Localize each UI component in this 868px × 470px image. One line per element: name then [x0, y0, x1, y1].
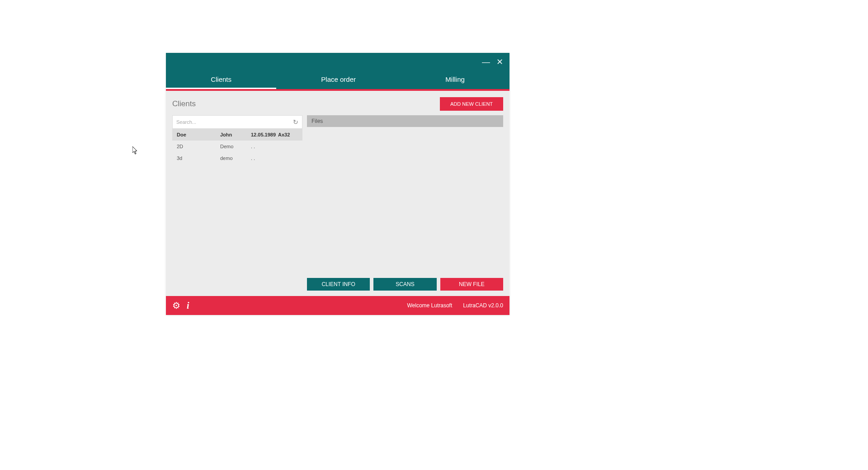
client-code — [278, 144, 296, 149]
files-column: Files CLIENT INFO SCANS NEW FILE — [307, 115, 503, 291]
app-window: — ✕ Clients Place order Milling Clients … — [166, 53, 509, 315]
client-first: Demo — [220, 144, 251, 149]
client-row[interactable]: Doe John 12.05.1989 Ax32 — [172, 129, 302, 141]
info-icon[interactable]: i — [187, 301, 189, 311]
files-body — [307, 127, 503, 274]
client-list: Doe John 12.05.1989 Ax32 2D Demo . . 3d … — [172, 129, 302, 164]
tab-place-order[interactable]: Place order — [276, 71, 401, 89]
version-text: LutraCAD v2.0.0 — [463, 302, 503, 309]
close-icon[interactable]: ✕ — [496, 58, 503, 66]
content-area: Clients ADD NEW CLIENT ↻ Doe John 12.05.… — [166, 91, 509, 296]
clients-column: ↻ Doe John 12.05.1989 Ax32 2D Demo . . — [172, 115, 302, 291]
search-row: ↻ — [172, 115, 302, 129]
search-input[interactable] — [173, 116, 289, 128]
columns: ↻ Doe John 12.05.1989 Ax32 2D Demo . . — [172, 115, 503, 291]
footer-right: Welcome Lutrasoft LutraCAD v2.0.0 — [407, 302, 503, 309]
action-buttons: CLIENT INFO SCANS NEW FILE — [307, 278, 503, 291]
client-date: . . — [251, 144, 278, 149]
tab-bar: Clients Place order Milling — [166, 71, 509, 89]
add-new-client-button[interactable]: ADD NEW CLIENT — [440, 97, 503, 111]
client-last: 3d — [177, 155, 220, 161]
client-date: . . — [251, 155, 278, 161]
gear-icon[interactable]: ⚙ — [172, 300, 180, 311]
client-row[interactable]: 2D Demo . . — [172, 141, 302, 152]
title-row: Clients ADD NEW CLIENT — [172, 97, 503, 111]
client-code: Ax32 — [278, 132, 296, 137]
tab-milling[interactable]: Milling — [401, 71, 509, 89]
client-code — [278, 155, 296, 161]
client-date: 12.05.1989 — [251, 132, 278, 137]
cursor-icon — [132, 146, 139, 156]
welcome-text: Welcome Lutrasoft — [407, 302, 452, 309]
refresh-icon[interactable]: ↻ — [289, 116, 302, 128]
client-first: demo — [220, 155, 251, 161]
new-file-button[interactable]: NEW FILE — [440, 278, 503, 291]
title-bar: — ✕ — [166, 53, 509, 71]
footer-bar: ⚙ i Welcome Lutrasoft LutraCAD v2.0.0 — [166, 296, 509, 315]
minimize-icon[interactable]: — — [482, 58, 490, 66]
scans-button[interactable]: SCANS — [373, 278, 436, 291]
tab-clients[interactable]: Clients — [166, 71, 276, 89]
page-title: Clients — [172, 99, 196, 108]
client-row[interactable]: 3d demo . . — [172, 152, 302, 164]
client-first: John — [220, 132, 251, 137]
client-last: 2D — [177, 144, 220, 149]
client-info-button[interactable]: CLIENT INFO — [307, 278, 370, 291]
files-header: Files — [307, 115, 503, 127]
files-panel: Files — [307, 115, 503, 274]
client-last: Doe — [177, 132, 220, 137]
footer-left: ⚙ i — [172, 300, 189, 311]
